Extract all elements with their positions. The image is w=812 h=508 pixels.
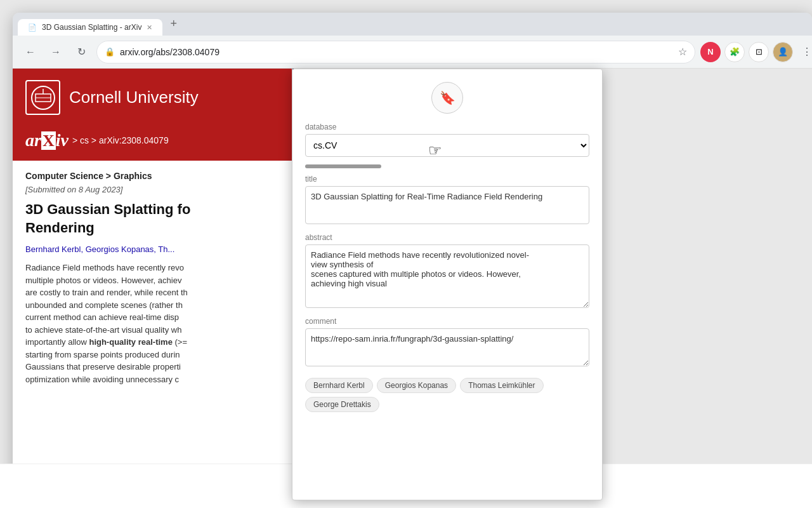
save-popup-overlay: 🔖 database cs.CV title 3D Gaussian Splat… <box>292 69 603 500</box>
paper-title: 3D Gaussian Splatting foRendering <box>25 201 279 237</box>
comment-field-label: comment <box>305 317 589 326</box>
reload-button[interactable]: ↻ <box>71 42 91 62</box>
paper-submitted-date: [Submitted on 8 Aug 2023] <box>25 185 279 194</box>
database-select[interactable]: cs.CV <box>305 134 589 157</box>
tag-chip-0: Bernhard Kerbl <box>305 378 373 393</box>
user-avatar[interactable]: 👤 <box>773 42 793 62</box>
abstract-field-label: abstract <box>305 233 589 242</box>
address-bar[interactable]: arxiv.org/abs/2308.04079 <box>120 47 673 57</box>
n-label: N <box>707 47 713 57</box>
back-button[interactable]: ← <box>20 42 41 62</box>
extension-puzzle-icon[interactable]: 🧩 <box>724 42 745 62</box>
title-field-label: title <box>305 175 589 184</box>
arxiv-page-panel: Cornell University arXiv > cs > arXiv:23… <box>13 69 292 508</box>
more-options-button[interactable]: ⋮ <box>797 42 812 62</box>
tab-title: 3D Gaussian Splatting - arXiv <box>42 23 141 32</box>
paper-abstract: Radiance Field methods have recently rev… <box>25 262 279 385</box>
arxiv-breadcrumb: > cs > arXiv:2308.04079 <box>72 135 169 145</box>
paper-category: Computer Science > Graphics <box>25 171 279 181</box>
abstract-textarea[interactable]: Radiance Field methods have recently rev… <box>305 244 589 308</box>
arxiv-logo: arXiv <box>25 130 69 150</box>
split-view-icon[interactable]: ⊡ <box>749 42 769 62</box>
comment-textarea[interactable]: https://repo-sam.inria.fr/fungraph/3d-ga… <box>305 328 589 366</box>
scroll-indicator <box>305 164 381 168</box>
tag-chip-2: Thomas Leimkühler <box>460 378 543 393</box>
paper-authors[interactable]: Bernhard Kerbl, Georgios Kopanas, Th... <box>25 244 279 254</box>
database-field-label: database <box>305 123 589 131</box>
extension-n-icon[interactable]: N <box>700 42 721 62</box>
cornell-logo-icon <box>25 80 60 115</box>
star-icon[interactable]: ☆ <box>678 46 687 58</box>
tags-container: Bernhard Kerbl Georgios Kopanas Thomas L… <box>305 378 589 412</box>
bookmark-button[interactable]: 🔖 <box>431 82 463 114</box>
tag-chip-1: Georgios Kopanas <box>377 378 456 393</box>
forward-button[interactable]: → <box>46 42 66 62</box>
cornell-name: Cornell University <box>69 88 199 107</box>
tag-chip-3: George Drettakis <box>305 397 379 412</box>
title-textarea[interactable]: 3D Gaussian Splatting for Real-Time Radi… <box>305 186 589 224</box>
